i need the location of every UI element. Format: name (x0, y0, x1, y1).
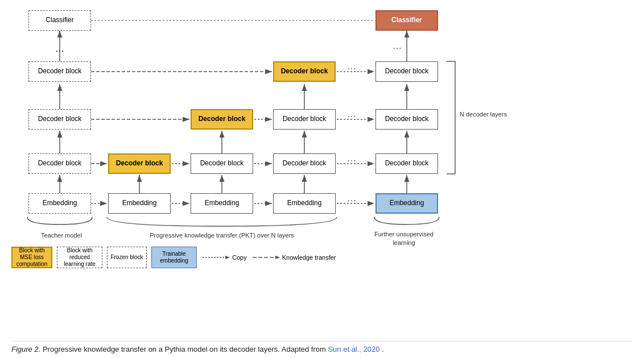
legend-copy: Copy (201, 253, 247, 262)
teacher-embedding-box: Embedding (28, 193, 91, 214)
legend-gold-box: Block with MSE loss computation (11, 247, 52, 268)
pkt3-decoder2-box: Decoder block (273, 109, 336, 130)
pkt3-decoder-gold-box: Decoder block (273, 61, 336, 82)
teacher-classifier-box: Classifier (28, 10, 91, 31)
further-label: Further unsupervisedlearning (364, 230, 444, 248)
pkt2-embedding-box: Embedding (191, 193, 253, 214)
teacher-decoder3-box: Decoder block (28, 61, 91, 82)
dots-col4: … (347, 193, 356, 203)
teacher-decoder2-box: Decoder block (28, 109, 91, 130)
figure-caption: Figure 2. Progressive knowledge transfer… (11, 341, 633, 353)
final-embedding-box: Embedding (375, 193, 438, 214)
legend-trainable-emb-box: Trainable embedding (151, 247, 197, 268)
dots-col2: … (347, 109, 356, 119)
final-decoder2-box: Decoder block (375, 109, 438, 130)
copy-arrow-icon (201, 253, 230, 262)
legend: Block with MSE loss computation Block wi… (11, 247, 336, 268)
svg-marker-33 (275, 256, 280, 259)
pkt3-embedding-box: Embedding (273, 193, 336, 214)
kt-arrow-icon (251, 253, 280, 262)
legend-reduced-lr-box: Block with reduced learning rate (57, 247, 102, 268)
dots-col3: … (347, 153, 356, 164)
dots-col1: … (347, 61, 356, 72)
legend-kt: Knowledge transfer (251, 253, 336, 262)
teacher-label: Teacher model (27, 232, 96, 239)
svg-marker-31 (225, 256, 230, 259)
figure-label: Figure 2. (11, 345, 40, 353)
pkt1-embedding-box: Embedding (108, 193, 171, 214)
pkt3-decoder1-box: Decoder block (273, 153, 336, 174)
diagram-container: Classifier … Decoder block Decoder block… (0, 0, 644, 307)
final-dots: … (393, 41, 402, 51)
final-decoder3-box: Decoder block (375, 61, 438, 82)
pkt1-decoder-gold-box: Decoder block (108, 153, 171, 174)
final-classifier-box: Classifier (375, 10, 438, 31)
pkt-label: Progressive knowledge transfer (PKT) ove… (107, 232, 337, 239)
teacher-decoder1-box: Decoder block (28, 153, 91, 174)
legend-frozen-box: Frozen block (107, 247, 147, 268)
pkt2-decoder-gold-box: Decoder block (191, 109, 253, 130)
caption-end: . (382, 345, 384, 353)
caption-text: Progressive knowledge transfer on a Pyth… (43, 345, 328, 353)
pkt2-decoder1-box: Decoder block (191, 153, 253, 174)
final-decoder1-box: Decoder block (375, 153, 438, 174)
citation-link[interactable]: Sun et al., 2020 (328, 345, 379, 353)
n-layers-label: N decoder layers (460, 111, 507, 118)
teacher-dots1: … (40, 41, 80, 57)
